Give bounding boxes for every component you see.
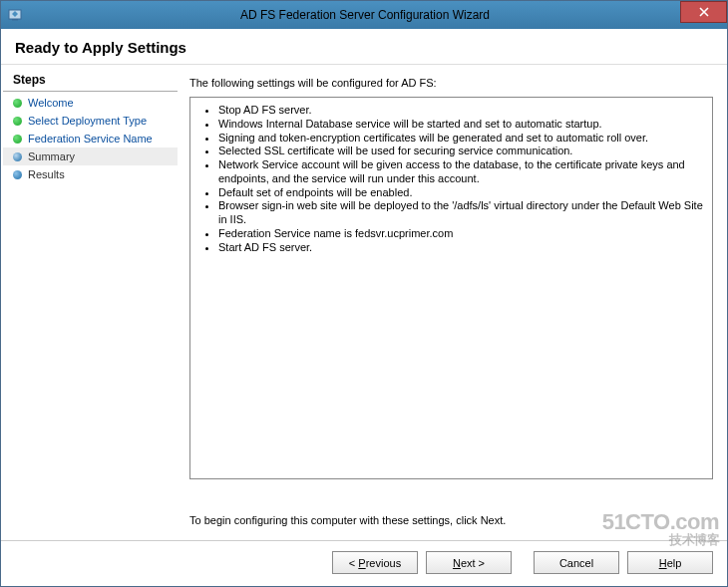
step-pending-icon xyxy=(13,170,22,179)
button-row: < Previous Next > Cancel Help xyxy=(1,540,727,586)
next-button[interactable]: Next > xyxy=(426,551,512,574)
list-item: Browser sign-in web site will be deploye… xyxy=(218,199,704,227)
step-label: Summary xyxy=(28,150,75,162)
step-label: Results xyxy=(28,168,65,180)
page-heading: Ready to Apply Settings xyxy=(15,39,713,56)
app-icon xyxy=(7,7,23,23)
body: Steps Welcome Select Deployment Type Fed… xyxy=(1,64,727,540)
step-results: Results xyxy=(3,165,178,183)
footer-instruction: To begin configuring this computer with … xyxy=(189,500,713,540)
step-deployment-type[interactable]: Select Deployment Type xyxy=(3,112,178,130)
step-federation-service-name[interactable]: Federation Service Name xyxy=(3,130,178,147)
main-panel: The following settings will be configure… xyxy=(180,65,727,540)
list-item: Windows Internal Database service will b… xyxy=(218,118,704,132)
step-label: Welcome xyxy=(28,97,74,109)
step-summary[interactable]: Summary xyxy=(3,147,178,165)
intro-text: The following settings will be configure… xyxy=(189,77,713,89)
list-item: Default set of endpoints will be enabled… xyxy=(218,186,704,200)
settings-list: Stop AD FS server. Windows Internal Data… xyxy=(192,104,704,254)
steps-sidebar: Steps Welcome Select Deployment Type Fed… xyxy=(1,65,180,540)
step-done-icon xyxy=(13,135,22,144)
steps-header: Steps xyxy=(3,71,178,92)
help-button[interactable]: Help xyxy=(627,551,713,574)
step-label: Select Deployment Type xyxy=(28,115,147,127)
close-button[interactable] xyxy=(680,1,727,23)
heading-area: Ready to Apply Settings xyxy=(1,29,727,64)
window-title: AD FS Federation Server Configuration Wi… xyxy=(23,8,727,22)
step-label: Federation Service Name xyxy=(28,133,153,145)
list-item: Signing and token-encryption certificate… xyxy=(218,132,704,146)
settings-summary-box: Stop AD FS server. Windows Internal Data… xyxy=(189,97,713,479)
list-item: Stop AD FS server. xyxy=(218,104,704,118)
svg-rect-1 xyxy=(12,19,18,21)
cancel-button[interactable]: Cancel xyxy=(534,551,619,574)
close-icon xyxy=(699,5,709,20)
step-done-icon xyxy=(13,117,22,126)
step-current-icon xyxy=(13,152,22,161)
step-welcome[interactable]: Welcome xyxy=(3,94,178,112)
list-item: Start AD FS server. xyxy=(218,241,704,255)
wizard-window: AD FS Federation Server Configuration Wi… xyxy=(0,0,728,587)
previous-button[interactable]: < Previous xyxy=(332,551,418,574)
list-item: Network Service account will be given ac… xyxy=(218,158,704,186)
list-item: Selected SSL certificate will be used fo… xyxy=(218,145,704,158)
titlebar: AD FS Federation Server Configuration Wi… xyxy=(1,1,727,29)
step-done-icon xyxy=(13,99,22,108)
list-item: Federation Service name is fedsvr.ucprim… xyxy=(218,227,704,241)
